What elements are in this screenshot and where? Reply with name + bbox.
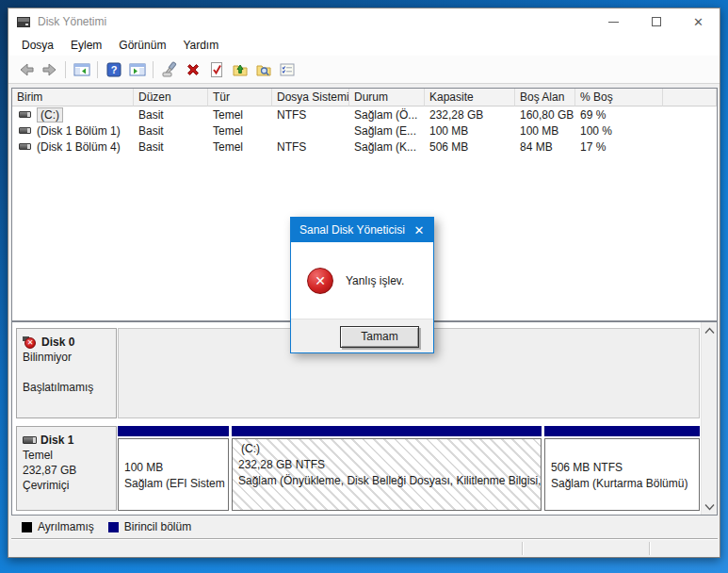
open-folder-icon[interactable]	[228, 58, 251, 81]
show-console-tree-icon[interactable]	[70, 58, 93, 81]
delete-icon[interactable]	[181, 58, 204, 81]
column-header-duzen[interactable]: Düzen	[134, 89, 208, 106]
partition-size: 506 MB NTFS	[551, 460, 699, 476]
toolbar-separator	[97, 61, 98, 78]
cell-durum: Sağlam (E...	[349, 124, 425, 138]
dialog-message: Yanlış işlev.	[346, 274, 404, 287]
disk1-label-panel[interactable]: Disk 1 Temel 232,87 GB Çevrimiçi	[16, 426, 117, 511]
search-folder-icon[interactable]	[251, 58, 275, 81]
cell-yuzde-bos: 17 %	[575, 140, 663, 154]
volume-icon	[19, 111, 31, 118]
partition-color-bar	[544, 426, 700, 436]
legend-primary-label: Birincil bölüm	[124, 520, 191, 533]
cell-kapasite: 232,28 GB	[425, 108, 515, 122]
disk-error-icon: ✕	[23, 336, 38, 349]
dialog-title: Sanal Disk Yöneticisi	[299, 223, 405, 237]
dialog-body: ✕ Yanlış işlev.	[291, 242, 433, 319]
status-divider	[522, 542, 523, 555]
virtual-disk-manager-dialog: Sanal Disk Yöneticisi ✕ ✕ Yanlış işlev. …	[290, 217, 434, 353]
close-button[interactable]: ✕	[677, 8, 720, 35]
partition-status: Sağlam (Önyükleme, Disk Belleği Dosyası,…	[238, 473, 541, 489]
partition-status: Sağlam (Kurtarma Bölümü)	[551, 476, 699, 492]
column-header-yuzde-bos[interactable]: % Boş	[575, 89, 663, 106]
cell-dosya-sistemi: NTFS	[272, 140, 349, 154]
menu-yardim[interactable]: Yardım	[174, 37, 227, 54]
window-title: Disk Yönetimi	[38, 15, 106, 28]
toolbar-separator	[65, 61, 66, 78]
cell-durum: Sağlam (Ö...	[349, 108, 425, 122]
cell-bos-alan: 100 MB	[515, 124, 575, 138]
table-row[interactable]: (C:) Basit Temel NTFS Sağlam (Ö... 232,2…	[12, 106, 717, 123]
toolbar: ?	[8, 56, 720, 84]
volume-list-header: Birim Düzen Tür Dosya Sistemi Durum Kapa…	[12, 89, 717, 106]
help-icon[interactable]: ?	[102, 58, 125, 81]
disk1-partitions-area: 100 MB Sağlam (EFI Sistem B (C:) 232,28 …	[118, 426, 700, 511]
cell-duzen: Basit	[134, 140, 208, 154]
cell-duzen: Basit	[134, 108, 208, 122]
cell-tur: Temel	[208, 108, 272, 122]
column-header-kapasite[interactable]: Kapasite	[425, 89, 515, 106]
scroll-down-icon[interactable]	[702, 499, 718, 515]
legend-unallocated-label: Ayrılmamış	[38, 520, 94, 533]
status-bar	[11, 538, 718, 557]
disk0-name: Disk 0	[41, 335, 74, 350]
partition-size: 232,28 GB NTFS	[238, 457, 541, 473]
cell-bos-alan: 84 MB	[515, 140, 575, 154]
minimize-button[interactable]	[592, 8, 635, 35]
window-titlebar[interactable]: Disk Yönetimi ✕	[8, 8, 720, 35]
column-header-durum[interactable]: Durum	[349, 89, 425, 106]
menu-eylem[interactable]: Eylem	[62, 37, 110, 54]
cell-kapasite: 100 MB	[425, 124, 515, 138]
disk1-type: Temel	[23, 448, 112, 463]
dialog-close-icon[interactable]: ✕	[405, 218, 433, 242]
column-header-dosya-sistemi[interactable]: Dosya Sistemi	[272, 89, 349, 106]
task-list-icon[interactable]	[275, 58, 299, 81]
legend-bar: Ayrılmamış Birincil bölüm	[11, 517, 718, 536]
table-row[interactable]: (Disk 1 Bölüm 4) Basit Temel NTFS Sağlam…	[12, 139, 717, 155]
disk0-status: Başlatılmamış	[23, 380, 112, 395]
cell-yuzde-bos: 100 %	[575, 124, 663, 138]
check-document-icon[interactable]	[204, 58, 228, 81]
tools-icon[interactable]	[157, 58, 181, 81]
maximize-button[interactable]	[635, 8, 677, 35]
disk1-status: Çevrimiçi	[23, 478, 112, 493]
cell-tur: Temel	[208, 124, 272, 138]
disk1-capacity: 232,87 GB	[23, 463, 112, 478]
forward-icon[interactable]	[38, 58, 61, 81]
volume-icon	[19, 143, 31, 150]
ok-button[interactable]: Tamam	[340, 326, 419, 348]
column-header-birim[interactable]: Birim	[12, 89, 134, 106]
back-icon[interactable]	[14, 58, 38, 81]
partition-label: (C:)	[238, 441, 541, 457]
disk-drive-icon	[23, 436, 37, 444]
table-row[interactable]: (Disk 1 Bölüm 1) Basit Temel Sağlam (E..…	[12, 123, 717, 139]
volume-name: (C:)	[37, 107, 63, 123]
show-action-pane-icon[interactable]	[125, 58, 149, 81]
partition-color-bar	[232, 426, 542, 436]
toolbar-separator	[153, 61, 154, 78]
partition-efi[interactable]: 100 MB Sağlam (EFI Sistem B	[118, 426, 229, 511]
scroll-up-icon[interactable]	[702, 322, 718, 338]
volume-name: (Disk 1 Bölüm 1)	[37, 124, 121, 138]
partition-size: 100 MB	[124, 460, 228, 476]
menu-bar: Dosya Eylem Görünüm Yardım	[8, 35, 720, 56]
menu-gorunum[interactable]: Görünüm	[110, 37, 174, 54]
partition-recovery[interactable]: 506 MB NTFS Sağlam (Kurtarma Bölümü)	[544, 426, 700, 511]
cell-duzen: Basit	[134, 124, 208, 138]
disk0-label-panel[interactable]: ✕ Disk 0 Bilinmiyor Başlatılmamış	[16, 328, 117, 418]
volume-icon	[19, 127, 31, 134]
disk1-name: Disk 1	[40, 433, 73, 448]
disk-drive-icon	[17, 17, 30, 27]
status-divider	[649, 542, 650, 555]
menu-dosya[interactable]: Dosya	[13, 37, 62, 54]
volume-name: (Disk 1 Bölüm 4)	[37, 140, 121, 154]
column-header-tur[interactable]: Tür	[208, 89, 272, 106]
dialog-footer: Tamam	[291, 319, 433, 352]
cell-kapasite: 506 MB	[425, 140, 515, 154]
column-header-bos-alan[interactable]: Boş Alan	[515, 89, 575, 106]
cell-dosya-sistemi: NTFS	[272, 108, 349, 122]
vertical-scrollbar[interactable]	[701, 322, 717, 515]
partition-c[interactable]: (C:) 232,28 GB NTFS Sağlam (Önyükleme, D…	[232, 426, 542, 511]
svg-text:?: ?	[110, 64, 117, 75]
cell-yuzde-bos: 69 %	[575, 108, 663, 122]
